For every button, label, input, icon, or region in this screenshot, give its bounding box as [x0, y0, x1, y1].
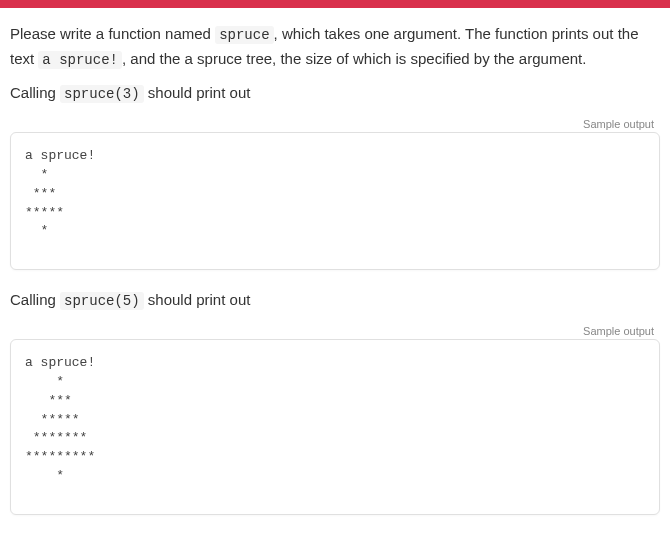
call1-prefix: Calling	[10, 84, 60, 101]
call-paragraph-1: Calling spruce(3) should print out	[10, 81, 660, 106]
sample-output-box-1: a spruce! * *** ***** *	[10, 132, 660, 270]
call2-prefix: Calling	[10, 291, 60, 308]
exercise-content: Please write a function named spruce, wh…	[0, 8, 670, 538]
sample-output-block-1: Sample output a spruce! * *** ***** *	[10, 118, 660, 270]
sample-output-block-2: Sample output a spruce! * *** ***** ****…	[10, 325, 660, 515]
call-paragraph-2: Calling spruce(5) should print out	[10, 288, 660, 313]
code-spruce-3: spruce(3)	[60, 85, 144, 103]
code-spruce: spruce	[215, 26, 273, 44]
sample-output-pre-1: a spruce! * *** ***** *	[25, 147, 645, 241]
code-a-spruce: a spruce!	[38, 51, 122, 69]
sample-output-box-2: a spruce! * *** ***** ******* ********* …	[10, 339, 660, 515]
intro-text-3: , and the a spruce tree, the size of whi…	[122, 50, 586, 67]
instruction-paragraph: Please write a function named spruce, wh…	[10, 22, 660, 71]
sample-output-label-2: Sample output	[10, 325, 660, 337]
call2-suffix: should print out	[144, 291, 251, 308]
code-spruce-5: spruce(5)	[60, 292, 144, 310]
top-accent-bar	[0, 0, 670, 8]
call1-suffix: should print out	[144, 84, 251, 101]
sample-output-label-1: Sample output	[10, 118, 660, 130]
sample-output-pre-2: a spruce! * *** ***** ******* ********* …	[25, 354, 645, 486]
intro-text-1: Please write a function named	[10, 25, 215, 42]
